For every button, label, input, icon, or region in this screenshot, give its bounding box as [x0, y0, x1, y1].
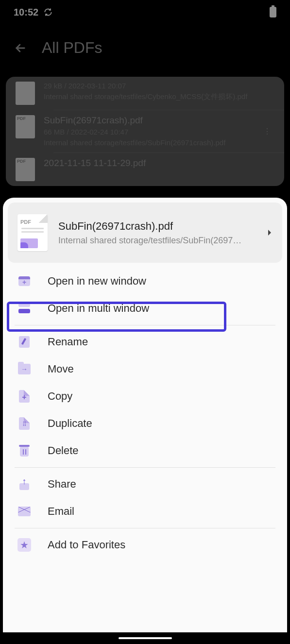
open-multi-window-button[interactable]: Open in multi window: [3, 295, 287, 322]
new-window-icon: [18, 276, 30, 286]
copy-icon: [19, 390, 30, 403]
navigation-bar: [0, 632, 290, 644]
email-button[interactable]: Email: [3, 498, 287, 525]
menu-label: Delete: [48, 444, 79, 457]
menu-label: Share: [48, 478, 76, 491]
delete-button[interactable]: Delete: [3, 437, 287, 464]
duplicate-icon: [19, 417, 30, 430]
sheet-header[interactable]: PDF SubFin(26971crash).pdf Internal shar…: [8, 203, 282, 263]
menu-label: Move: [48, 363, 74, 375]
menu-label: Rename: [48, 336, 88, 348]
menu-label: Email: [48, 505, 74, 518]
sheet-file-title: SubFin(26971crash).pdf: [58, 220, 256, 233]
menu-label: Copy: [48, 390, 72, 403]
move-button[interactable]: Move: [3, 356, 287, 383]
add-favorites-button[interactable]: ★ Add to Favorites: [3, 531, 287, 559]
sheet-file-path: Internal shared storage/testfiles/SubFin…: [58, 236, 256, 246]
multi-window-icon: [18, 304, 30, 313]
share-button[interactable]: Share: [3, 471, 287, 498]
menu-label: Open in multi window: [48, 302, 149, 315]
chevron-right-icon: [267, 229, 273, 237]
email-icon: [18, 507, 31, 516]
home-indicator[interactable]: [119, 637, 172, 639]
delete-icon: [19, 445, 30, 457]
file-thumb-icon: PDF: [17, 214, 48, 251]
menu-label: Add to Favorites: [48, 539, 125, 551]
action-sheet: PDF SubFin(26971crash).pdf Internal shar…: [3, 198, 287, 632]
rename-icon: [19, 336, 30, 348]
menu-label: Duplicate: [48, 417, 92, 430]
share-icon: [18, 478, 30, 490]
menu-label: Open in new window: [48, 275, 146, 288]
star-icon: ★: [17, 538, 31, 552]
move-icon: [18, 364, 31, 374]
rename-button[interactable]: Rename: [3, 328, 287, 356]
open-new-window-button[interactable]: Open in new window: [3, 268, 287, 295]
copy-button[interactable]: Copy: [3, 383, 287, 410]
duplicate-button[interactable]: Duplicate: [3, 410, 287, 437]
